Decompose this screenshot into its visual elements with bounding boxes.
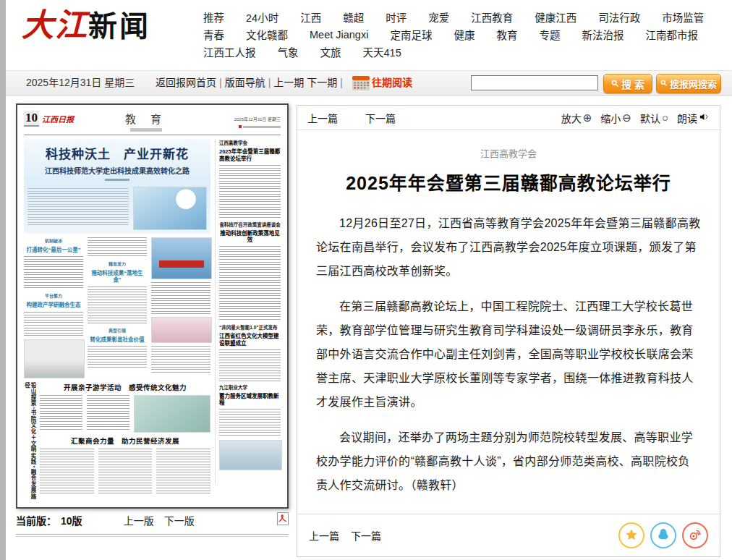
- current-page-label: 当前版：: [16, 513, 56, 527]
- reset-zoom-control[interactable]: 默认 ○: [640, 111, 668, 125]
- thumb-right-column: 江西高教学会 2025年年会暨第三届赣鄱高教论坛举行 省科技厅召开政策宣讲座谈会…: [215, 139, 281, 485]
- zoom-in-label: 放大: [561, 111, 582, 125]
- thumb-right-headline[interactable]: 江西省红色文化大模型建设联盟成立: [219, 333, 281, 347]
- share-buttons: [618, 522, 708, 548]
- nav-link[interactable]: 健康江西: [535, 9, 576, 25]
- thumb-email-line: [218, 125, 281, 128]
- separator: |: [219, 77, 222, 88]
- calendar-icon[interactable]: [352, 76, 370, 93]
- thumb-text-lines: [219, 246, 281, 321]
- toolbar: 2025年12月31日 星期三 返回报网首页|版面导航|上一期 下一期| 往期阅…: [6, 70, 732, 96]
- thumb-subhead-kicker: 精准发力: [88, 260, 147, 267]
- nav-link[interactable]: 江西教育: [471, 9, 513, 25]
- past-issues-link[interactable]: 往期阅读: [372, 71, 412, 95]
- thumb-text-lines: [87, 395, 129, 431]
- article-viewer: 上一篇 下一篇 放大 ⊕ 缩小 ⊖ 默认 ○ 朗读: [297, 105, 720, 557]
- thumb-text-row: [40, 395, 210, 433]
- nav-link[interactable]: 健康: [454, 27, 474, 42]
- share-qzone-button[interactable]: [618, 522, 644, 548]
- nav-link[interactable]: 天天415: [363, 44, 401, 59]
- thumb-dateline-block: 2025年12月31日 星期三: [218, 111, 281, 128]
- nav-link[interactable]: 宠爱: [428, 9, 449, 25]
- search-button[interactable]: 搜 索: [603, 74, 652, 93]
- next-article-link[interactable]: 下一篇: [365, 111, 396, 125]
- logo-black-part: 新闻: [88, 10, 150, 42]
- nav-link[interactable]: 江南都市报: [645, 27, 698, 42]
- nav-link[interactable]: 司法行政: [598, 9, 640, 25]
- thumb-text-lines: [88, 346, 147, 368]
- red-banner: [159, 260, 204, 268]
- article-kicker: 江西高教学会: [316, 146, 701, 160]
- thumb-text-lines: [219, 409, 281, 438]
- nav-link[interactable]: 专题: [539, 27, 560, 42]
- nav-link[interactable]: 市场监管: [662, 9, 704, 25]
- thumb-subhead-kicker: 典型引领: [88, 327, 147, 334]
- window-edge: [0, 0, 6, 560]
- next-page-link[interactable]: 下一版: [164, 513, 195, 527]
- thumb-lead-headline: 科技种沃土 产业开新花: [27, 144, 208, 162]
- thumb-text-lines: [24, 312, 83, 336]
- nav-link[interactable]: Meet Jiangxi: [310, 29, 368, 41]
- thumb-right-headline-current[interactable]: 2025年年会暨第三届赣鄱高教论坛举行: [219, 148, 281, 163]
- next-issue-link[interactable]: 下一期: [307, 77, 337, 88]
- thumb-rule: [24, 135, 281, 135]
- newspaper-page-thumbnail[interactable]: 10 江西日报 教 育 2025年12月31日 星期三 科技种沃土 产业开新花 …: [16, 103, 289, 509]
- search-input[interactable]: [471, 75, 598, 90]
- reset-zoom-label: 默认: [640, 111, 660, 125]
- zoom-in-icon: ⊕: [583, 112, 592, 123]
- reset-zoom-icon: ○: [662, 112, 668, 123]
- thumb-subhead: 构建政产学研融合生态: [24, 302, 83, 308]
- thumb-text-lines: [40, 449, 94, 493]
- thumb-main-column: 科技种沃土 产业开新花 江西科技师范大学走出科技成果高效转化之路 机制破冰 打通…: [24, 139, 210, 485]
- thumb-byline-bar: [105, 179, 129, 181]
- thumb-subhead-kicker: 机制破冰: [24, 237, 83, 244]
- site-logo[interactable]: 大江新闻: [22, 6, 150, 46]
- thumb-section-title: 教 育: [125, 113, 167, 125]
- pdf-icon[interactable]: [277, 512, 289, 527]
- thumb-right-kicker: 省科技厅召开政策宣讲座谈会: [219, 221, 281, 228]
- nav-link[interactable]: 青春: [203, 27, 224, 42]
- thumb-masthead: 江西日报: [42, 113, 74, 124]
- nav-link[interactable]: 文旅: [320, 44, 341, 59]
- nav-link[interactable]: 新法治报: [582, 27, 624, 42]
- back-home-link[interactable]: 返回报网首页: [156, 77, 216, 88]
- nav-link[interactable]: 24小时: [246, 9, 278, 25]
- nav-link[interactable]: 定南足球: [390, 27, 432, 42]
- thumb-page-number: 10: [24, 111, 39, 127]
- site-search-button-label: 搜报网搜索: [670, 77, 717, 90]
- nav-link[interactable]: 文化赣鄱: [246, 27, 288, 42]
- layout-nav-link[interactable]: 版面导航: [225, 77, 265, 88]
- next-article-link-bottom[interactable]: 下一篇: [351, 528, 381, 543]
- page-navigation-bar: 当前版： 10版 上一版 下一版: [16, 512, 289, 537]
- site-search-button[interactable]: 搜报网搜索: [656, 74, 721, 93]
- page: 大江新闻 推荐 24小时 江西 赣超 时评 宠爱 江西教育 健康江西 司法行政 …: [0, 0, 732, 560]
- prev-page-link[interactable]: 上一版: [124, 513, 154, 527]
- nav-link[interactable]: 赣超: [343, 9, 364, 25]
- share-weibo-button[interactable]: [682, 522, 708, 548]
- prev-article-link-bottom[interactable]: 上一篇: [309, 528, 339, 543]
- zoom-out-control[interactable]: 缩小 ⊖: [600, 111, 631, 125]
- nav-link[interactable]: 江西: [300, 9, 321, 25]
- thumb-center-headline-2: 汇聚商会力量 助力民营经济发展: [40, 436, 210, 446]
- zoom-in-control[interactable]: 放大 ⊕: [561, 111, 592, 125]
- thumb-photo-group-banner: [151, 237, 212, 279]
- nav-link[interactable]: 气象: [278, 44, 299, 59]
- thumb-right-kicker: “井冈星火智能1.0”正式发布: [219, 323, 281, 331]
- thumb-text-lines: [156, 449, 210, 493]
- read-aloud-control[interactable]: 朗读: [677, 111, 710, 125]
- prev-issue-link[interactable]: 上一期: [273, 77, 304, 88]
- issue-date: 2025年12月31日 星期三: [26, 71, 135, 95]
- qq-penguin-icon: [656, 527, 671, 544]
- article-content: 江西高教学会 2025年年会暨第三届赣鄱高教论坛举行 12月26日至27日，江西…: [297, 130, 720, 498]
- red-square-icon: [239, 125, 242, 128]
- thumb-right-headline[interactable]: 推动科技创新政策落地见效: [219, 230, 281, 245]
- nav-link[interactable]: 江西工人报: [203, 44, 256, 59]
- nav-link[interactable]: 推荐: [203, 9, 224, 25]
- prev-article-link[interactable]: 上一篇: [307, 111, 338, 125]
- nav-link[interactable]: 时评: [386, 9, 407, 25]
- thumb-photo-researchers: [134, 395, 210, 433]
- thumb-email-bar: [243, 126, 281, 128]
- thumb-right-headline[interactable]: 蓄力服务区域发展职教新程: [219, 393, 281, 407]
- share-qq-button[interactable]: [650, 522, 676, 548]
- nav-link[interactable]: 教育: [496, 27, 517, 42]
